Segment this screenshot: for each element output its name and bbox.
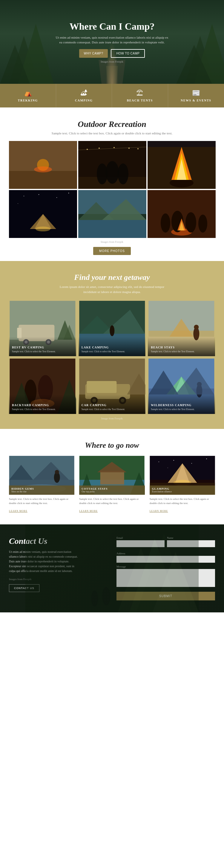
how-to-camp-button[interactable]: HOW TO CAMP (111, 49, 145, 58)
icon-nav: ⛺ TREKKING 🏕 CAMPING ⛱ BEACH TENTS 📰 NEW… (0, 84, 224, 107)
where-grid: HIDDEN GEMS Sites on the rise Sample tex… (9, 456, 215, 516)
card-title-rv: BEST RV CAMPING (12, 346, 73, 349)
svg-point-71 (194, 325, 199, 330)
svg-rect-105 (100, 471, 124, 484)
contact-button[interactable]: CONTACT US (9, 584, 39, 592)
card-text-wilderness: Sample text. Click to select the Text El… (151, 408, 212, 411)
outdoor-photo-6[interactable] (148, 190, 216, 238)
card-text-car: Sample text. Click to select the Text El… (81, 408, 143, 411)
svg-point-21 (128, 148, 129, 149)
card-overlay-car: CAR CAMPING Sample text. Click to select… (79, 395, 146, 414)
svg-point-30 (24, 196, 24, 196)
svg-point-33 (17, 203, 18, 204)
svg-point-101 (55, 470, 59, 474)
address-label: Address (116, 552, 215, 555)
where-card-hidden-gems: HIDDEN GEMS Sites on the rise Sample tex… (9, 456, 74, 516)
svg-point-37 (36, 226, 50, 231)
getaway-card-backyard[interactable]: BACKYARD CAMPING Sample text. Click to s… (9, 359, 76, 414)
nav-item-camping[interactable]: 🏕 CAMPING (56, 84, 112, 107)
svg-point-47 (185, 212, 196, 232)
svg-rect-9 (9, 171, 77, 189)
outdoor-photo-2[interactable] (78, 141, 146, 189)
getaway-card-lake[interactable]: LAKE CAMPING Sample text. Click to selec… (79, 301, 146, 356)
getaway-section: Find your next getaway Lorem ipsum dolor… (0, 261, 224, 429)
where-caption-title-cottage: COTTAGE STAYS (81, 487, 142, 490)
where-img-cottage[interactable]: COTTAGE STAYS Our top picks (79, 456, 145, 495)
svg-point-32 (57, 197, 57, 198)
nav-label-camping: CAMPING (75, 99, 92, 102)
svg-point-34 (68, 193, 69, 193)
nav-item-trekking[interactable]: ⛺ TREKKING (0, 84, 56, 107)
card-text-beach: Sample text. Click to select the Text El… (151, 350, 212, 353)
svg-point-22 (137, 148, 139, 149)
where-card-cottage: COTTAGE STAYS Our top picks Sample text.… (79, 456, 145, 516)
svg-point-20 (113, 147, 115, 148)
getaway-grid: BEST RV CAMPING Sample text. Click to se… (9, 301, 215, 414)
svg-point-18 (87, 149, 88, 150)
getaway-card-wilderness[interactable]: WILDERNESS CAMPING Sample text. Click to… (148, 359, 215, 414)
svg-marker-7 (106, 66, 118, 84)
message-label: Message (116, 565, 215, 568)
contact-credit: Images from Freepik (9, 578, 108, 581)
svg-rect-28 (148, 141, 216, 147)
outdoor-photo-4[interactable] (9, 190, 77, 238)
svg-point-114 (191, 463, 192, 464)
svg-point-116 (167, 467, 168, 468)
where-body-glamping: Sample text. Click to select the text bo… (150, 495, 215, 516)
card-overlay-wilderness: WILDERNESS CAMPING Sample text. Click to… (148, 395, 215, 414)
where-learn-cottage[interactable]: LEARN MORE (79, 510, 98, 513)
getaway-title: Find your next getaway (9, 273, 215, 282)
where-body-text-cottage: Sample text. Click to select the text bo… (79, 497, 145, 505)
svg-point-113 (173, 460, 174, 461)
contact-section: Contact Us Ut enim ad minim veniam, quis… (0, 524, 224, 612)
where-body-text-hidden-gems: Sample text. Click to select the text bo… (9, 497, 74, 505)
svg-point-16 (118, 163, 128, 184)
where-caption-sub-cottage: Our top picks (81, 490, 142, 493)
where-title: Where to go now (9, 441, 215, 450)
form-group-address: Address (116, 552, 215, 563)
where-learn-hidden-gems[interactable]: LEARN MORE (9, 510, 28, 513)
card-text-lake: Sample text. Click to select the Text El… (81, 350, 143, 353)
svg-point-31 (39, 194, 39, 195)
address-input[interactable] (116, 556, 215, 563)
more-photos-button[interactable]: MORE PHOTOS (93, 247, 131, 255)
name-input[interactable] (167, 540, 215, 547)
outdoor-photo-1[interactable] (9, 141, 77, 189)
beach-tents-icon: ⛱ (137, 89, 143, 97)
card-overlay-beach: BEACH STAYS Sample text. Click to select… (148, 337, 215, 356)
nav-item-beach-tents[interactable]: ⛱ BEACH TENTS (112, 84, 168, 107)
camping-icon: 🏕 (81, 89, 87, 97)
svg-point-115 (206, 459, 207, 459)
submit-button[interactable]: SUBMIT (116, 592, 215, 600)
outdoor-title: Outdoor Recreation (9, 119, 215, 129)
email-input[interactable] (116, 540, 164, 547)
svg-point-65 (110, 326, 114, 336)
getaway-card-rv[interactable]: BEST RV CAMPING Sample text. Click to se… (9, 301, 76, 356)
hero-title: Where Can I Camp? (55, 21, 169, 32)
getaway-card-car[interactable]: CAR CAMPING Sample text. Click to select… (79, 359, 146, 414)
nav-item-news-events[interactable]: 📰 NEWS & EVENTS (168, 84, 224, 107)
form-group-email: Email (116, 536, 164, 547)
getaway-card-beach[interactable]: BEACH STAYS Sample text. Click to select… (148, 301, 215, 356)
where-body-cottage: Sample text. Click to select the text bo… (79, 495, 145, 516)
where-learn-glamping[interactable]: LEARN MORE (150, 510, 168, 513)
card-title-car: CAR CAMPING (81, 403, 143, 407)
where-img-hidden-gems[interactable]: HIDDEN GEMS Sites on the rise (9, 456, 74, 495)
where-body-text-glamping: Sample text. Click to select the text bo… (150, 497, 215, 505)
message-textarea[interactable] (116, 569, 215, 587)
trekking-icon: ⛺ (24, 89, 32, 97)
where-img-glamping[interactable]: GLAMPING Exercitation ullamce (150, 456, 215, 495)
card-text-rv: Sample text. Click to select the Text El… (12, 350, 73, 353)
card-title-beach: BEACH STAYS (151, 346, 212, 349)
nav-label-beach-tents: BEACH TENTS (127, 99, 153, 102)
outdoor-photo-3[interactable] (148, 141, 216, 189)
hero-buttons: WHY CAMP? HOW TO CAMP (55, 49, 169, 58)
why-camp-button[interactable]: WHY CAMP? (79, 49, 108, 58)
nav-label-news-events: NEWS & EVENTS (181, 99, 211, 102)
svg-point-19 (99, 148, 100, 149)
outdoor-photo-5[interactable] (78, 190, 146, 238)
outdoor-description: Sample text. Click to select the text bo… (49, 131, 175, 135)
where-caption-glamping: GLAMPING Exercitation ullamce (150, 486, 215, 495)
news-events-icon: 📰 (192, 89, 200, 97)
svg-rect-81 (87, 381, 116, 393)
